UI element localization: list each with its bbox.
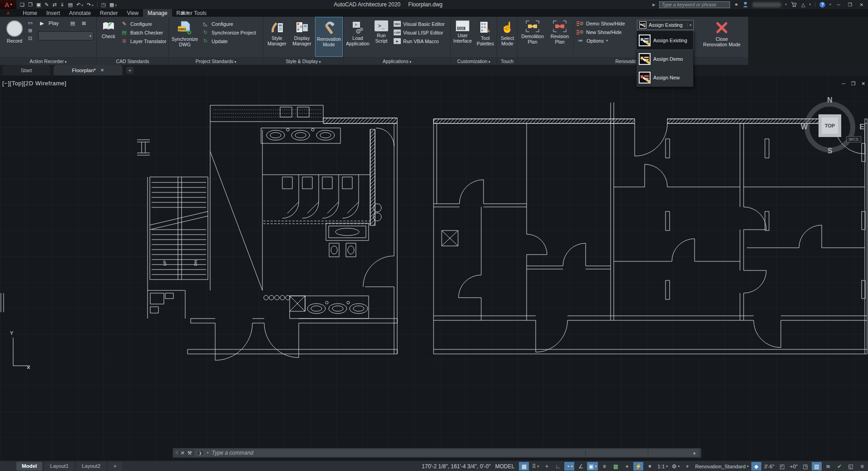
close-button[interactable]: ✕ — [858, 2, 865, 7]
hatch-background-icon[interactable]: ▨ — [812, 462, 822, 471]
elevation-value[interactable]: 3'-6" — [763, 462, 776, 471]
wcs-indicator[interactable]: WCS — [846, 136, 861, 142]
tool-palettes-button[interactable]: ✎ ToolPalettes — [474, 17, 496, 57]
panel-label-style-display[interactable]: Style & Display — [263, 57, 343, 65]
autoscale-icon[interactable]: ✶ — [645, 462, 655, 471]
undo-icon[interactable]: ↶ — [76, 2, 83, 7]
panel-label-project-standards[interactable]: Project Standards — [169, 57, 263, 65]
batch-checker-button[interactable]: ▤Batch Checker — [120, 28, 166, 37]
panel-label-cad-standards[interactable]: CAD Standards — [97, 57, 168, 65]
renovation-mode-button[interactable]: RenovationMode — [315, 17, 343, 57]
ribbon-tab-manage[interactable]: Manage — [143, 9, 172, 17]
ribbon-tab-raster-tools[interactable]: Raster Tools — [172, 9, 211, 17]
workspace-icon[interactable]: ⚙ — [671, 462, 681, 471]
search-binoculars-icon[interactable]: ⚭ — [734, 2, 738, 7]
object-snap-icon[interactable]: ▣ — [587, 462, 598, 471]
record-button[interactable]: Record — [3, 17, 26, 57]
assign-caret-icon[interactable]: ▾ — [687, 23, 691, 27]
snap-icon[interactable]: ⠿ — [530, 462, 540, 471]
feedback-icon[interactable]: ▭ — [26, 20, 34, 25]
restore-button[interactable]: ❐ — [846, 2, 854, 7]
open-folder-icon[interactable]: ❐ — [28, 2, 33, 7]
user-interface-button[interactable]: CUI UserInterface — [451, 17, 474, 57]
assign-menu-item-assign-demo[interactable]: Assign Demo — [636, 49, 693, 68]
panel-label-touch[interactable]: Touch — [497, 57, 517, 65]
command-input[interactable]: ❯ ▾ Type a command ▲ — [195, 449, 699, 456]
insert-message-icon[interactable]: ⊡ — [26, 36, 34, 41]
customization-menu-icon[interactable]: ≡ — [857, 462, 867, 471]
layer-key-icon[interactable]: ◆ — [751, 462, 761, 471]
clean-screen-icon[interactable]: ◱ — [846, 462, 856, 471]
play-icon[interactable]: ▶ — [38, 21, 46, 26]
cut-plane-icon[interactable]: ◰ — [777, 462, 787, 471]
assign-menu-item-assign-new[interactable]: Assign New — [636, 68, 693, 87]
new-file-icon[interactable]: ❏ — [20, 2, 25, 7]
etransmit-icon[interactable]: ⇄ — [52, 2, 56, 7]
panel-label-customization[interactable]: Customization — [451, 57, 497, 65]
import-icon[interactable]: ⇓ — [60, 2, 64, 7]
ribbon-display-options-icon[interactable]: ▣ ▾ — [181, 10, 188, 15]
play-label[interactable]: Play — [49, 20, 59, 26]
annotation-monitor-icon[interactable]: + — [682, 462, 692, 471]
units-check-icon[interactable]: ✔ — [834, 462, 844, 471]
panel-label-renovation-plan[interactable]: Renovation Plan — [518, 57, 748, 65]
app-logo[interactable]: A▾ — [0, 0, 16, 9]
minimize-button[interactable]: ─ — [835, 2, 842, 7]
tab-close-icon[interactable]: ✕ — [100, 68, 104, 73]
username-blurred[interactable] — [752, 2, 781, 7]
sheet-set-icon[interactable]: ◳ — [101, 2, 106, 7]
demolition-plan-button[interactable]: DemolitionPlan — [518, 17, 547, 57]
transparency-icon[interactable]: ▩ — [611, 462, 621, 471]
compass-north[interactable]: N — [827, 96, 833, 104]
layout-tab-layout1[interactable]: Layout1 — [44, 462, 74, 471]
display-configuration[interactable]: Renovation_Standard — [694, 462, 750, 471]
account-caret-icon[interactable]: ▾ — [785, 3, 787, 6]
configure-standards-button[interactable]: ✎Configure — [120, 20, 166, 28]
selection-cycling-icon[interactable]: ⌖ — [622, 462, 632, 471]
plot-icon[interactable]: ▤ — [68, 2, 73, 7]
graphics-performance-icon[interactable]: ≋ — [823, 462, 833, 471]
panel-label-action-recorder[interactable]: Action Recorder — [0, 57, 96, 65]
layout-tab-layout2[interactable]: Layout2 — [76, 462, 106, 471]
new-show-hide-button[interactable]: ⊙New Show/Hide — [577, 28, 625, 36]
configure-project-button[interactable]: ◺Configure — [202, 20, 256, 28]
preference-icon[interactable]: ⊠ — [80, 21, 88, 26]
compass-south[interactable]: S — [828, 147, 833, 155]
run-vba-macro-button[interactable]: ▶Run VBA Macro — [394, 37, 445, 45]
help-icon[interactable]: ? — [819, 2, 825, 8]
layer-translator-button[interactable]: ≣Layer Translator — [120, 37, 166, 45]
display-manager-button[interactable]: A DisplayManager — [290, 17, 314, 57]
autodesk-app-icon[interactable]: △ — [801, 2, 805, 7]
add-action-icon[interactable]: ⊞ — [26, 28, 34, 33]
ribbon-tab-view[interactable]: View — [122, 9, 143, 17]
compass-west[interactable]: W — [801, 123, 808, 131]
ribbon-tab-render[interactable]: Render — [95, 9, 122, 17]
new-layout-tab[interactable]: + — [108, 462, 122, 471]
load-application-button[interactable]: ⚙⚙ LoadApplication — [345, 17, 371, 57]
infer-constraints-icon[interactable]: + — [542, 462, 552, 471]
options-button[interactable]: ≔Options▾ — [577, 36, 625, 45]
viewcube[interactable]: N W E S TOP — [798, 94, 865, 162]
layout-tab-model[interactable]: Model — [16, 462, 42, 471]
model-space-label[interactable]: MODEL — [495, 463, 515, 470]
assign-existing-split-button[interactable]: Assign Existing ▾ — [637, 20, 694, 30]
synchronize-dwg-button[interactable]: DWG↻ SynchronizeDWG — [171, 17, 199, 57]
visual-lisp-editor-button[interactable]: LISPVisual LISP Editor — [394, 28, 445, 37]
annotation-scale[interactable]: 1:1 — [656, 462, 669, 471]
apps-caret-icon[interactable]: ▾ — [809, 3, 811, 6]
edit-action-icon[interactable]: ▤ — [69, 21, 76, 26]
command-prompt-icon[interactable]: ❯ — [197, 450, 204, 456]
close-renovation-mode-button[interactable]: CloseRenovation Mode — [696, 17, 747, 57]
revision-plan-button[interactable]: RevisionPlan — [547, 17, 572, 57]
drawing-canvas[interactable]: [−][Top][2D Wireframe] ─ ❐ ✕ — [0, 75, 868, 461]
help-caret-icon[interactable]: ▾ — [829, 3, 831, 6]
isolate-objects-icon[interactable]: ◳ — [800, 462, 810, 471]
select-mode-button[interactable]: ☝ SelectMode — [497, 17, 518, 57]
new-drawing-tab-button[interactable]: + — [126, 67, 133, 74]
grid-icon[interactable]: ▦ — [519, 462, 529, 471]
ribbon-tab-home[interactable]: Home — [18, 9, 42, 17]
app-store-cart-icon[interactable] — [791, 2, 797, 7]
ribbon-tab-annotate[interactable]: Annotate — [64, 9, 95, 17]
redo-icon[interactable]: ↷ — [87, 2, 94, 7]
command-history-arrow-icon[interactable]: ▲ — [692, 451, 696, 455]
